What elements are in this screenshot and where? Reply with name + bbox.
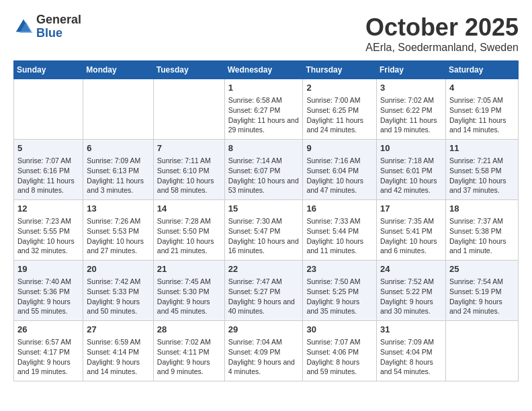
calendar-cell: 29Sunrise: 7:04 AM Sunset: 4:09 PM Dayli…: [224, 321, 303, 381]
day-info: Sunrise: 7:21 AM Sunset: 5:58 PM Dayligh…: [449, 156, 515, 195]
calendar-cell: 2Sunrise: 7:00 AM Sunset: 6:25 PM Daylig…: [303, 79, 377, 140]
day-number: 24: [380, 263, 442, 275]
day-number: 5: [17, 142, 79, 154]
week-row-4: 19Sunrise: 7:40 AM Sunset: 5:36 PM Dayli…: [14, 261, 519, 321]
day-number: 20: [87, 263, 149, 275]
day-info: Sunrise: 7:04 AM Sunset: 4:09 PM Dayligh…: [228, 337, 300, 377]
calendar-cell: 14Sunrise: 7:28 AM Sunset: 5:50 PM Dayli…: [153, 200, 224, 261]
day-number: 31: [380, 324, 442, 336]
day-number: 9: [306, 142, 373, 154]
day-info: Sunrise: 7:09 AM Sunset: 6:13 PM Dayligh…: [87, 156, 149, 195]
calendar-title: October 2025: [365, 13, 519, 42]
day-header-thursday: Thursday: [303, 61, 377, 79]
day-info: Sunrise: 7:50 AM Sunset: 5:25 PM Dayligh…: [306, 277, 373, 316]
day-number: 8: [228, 142, 300, 154]
day-number: 19: [17, 263, 79, 275]
calendar-cell: 8Sunrise: 7:14 AM Sunset: 6:07 PM Daylig…: [224, 140, 303, 200]
day-info: Sunrise: 7:40 AM Sunset: 5:36 PM Dayligh…: [17, 277, 79, 316]
title-block: October 2025 AErla, Soedermanland, Swede…: [365, 13, 519, 54]
calendar-cell: 17Sunrise: 7:35 AM Sunset: 5:41 PM Dayli…: [376, 200, 445, 261]
day-info: Sunrise: 7:37 AM Sunset: 5:38 PM Dayligh…: [449, 216, 515, 256]
day-number: 25: [449, 263, 515, 275]
calendar-cell: 16Sunrise: 7:33 AM Sunset: 5:44 PM Dayli…: [303, 200, 377, 261]
week-row-3: 12Sunrise: 7:23 AM Sunset: 5:55 PM Dayli…: [14, 200, 519, 261]
calendar-cell: 5Sunrise: 7:07 AM Sunset: 6:16 PM Daylig…: [14, 140, 83, 200]
day-number: 27: [87, 324, 149, 336]
header-row: SundayMondayTuesdayWednesdayThursdayFrid…: [14, 61, 519, 79]
logo-general-text: General: [36, 13, 81, 27]
calendar-cell: 22Sunrise: 7:47 AM Sunset: 5:27 PM Dayli…: [224, 261, 303, 321]
day-info: Sunrise: 6:57 AM Sunset: 4:17 PM Dayligh…: [17, 337, 79, 377]
day-number: 6: [87, 142, 149, 154]
calendar-cell: 31Sunrise: 7:09 AM Sunset: 4:04 PM Dayli…: [376, 321, 445, 381]
calendar-cell: 24Sunrise: 7:52 AM Sunset: 5:22 PM Dayli…: [376, 261, 445, 321]
calendar-cell: 20Sunrise: 7:42 AM Sunset: 5:33 PM Dayli…: [83, 261, 153, 321]
logo-blue-text: Blue: [36, 27, 81, 40]
day-info: Sunrise: 7:14 AM Sunset: 6:07 PM Dayligh…: [228, 156, 300, 195]
week-row-1: 1Sunrise: 6:58 AM Sunset: 6:27 PM Daylig…: [14, 79, 519, 140]
day-number: 28: [157, 324, 221, 336]
day-number: 1: [228, 82, 300, 94]
day-number: 7: [157, 142, 221, 154]
page-header: General Blue October 2025 AErla, Soederm…: [13, 13, 519, 54]
calendar-cell: 21Sunrise: 7:45 AM Sunset: 5:30 PM Dayli…: [153, 261, 224, 321]
day-number: 11: [449, 142, 515, 154]
day-number: 23: [306, 263, 373, 275]
calendar-cell: 10Sunrise: 7:18 AM Sunset: 6:01 PM Dayli…: [376, 140, 445, 200]
day-info: Sunrise: 7:54 AM Sunset: 5:19 PM Dayligh…: [449, 277, 515, 316]
day-info: Sunrise: 7:02 AM Sunset: 4:11 PM Dayligh…: [157, 337, 221, 377]
calendar-cell: 3Sunrise: 7:02 AM Sunset: 6:22 PM Daylig…: [376, 79, 445, 140]
calendar-cell: 12Sunrise: 7:23 AM Sunset: 5:55 PM Dayli…: [14, 200, 83, 261]
day-number: 30: [306, 324, 373, 336]
day-info: Sunrise: 7:02 AM Sunset: 6:22 PM Dayligh…: [380, 95, 442, 135]
day-number: 18: [449, 203, 515, 215]
day-header-saturday: Saturday: [445, 61, 518, 79]
day-number: 4: [449, 82, 515, 94]
day-info: Sunrise: 7:11 AM Sunset: 6:10 PM Dayligh…: [157, 156, 221, 195]
calendar-cell: 28Sunrise: 7:02 AM Sunset: 4:11 PM Dayli…: [153, 321, 224, 381]
day-info: Sunrise: 7:47 AM Sunset: 5:27 PM Dayligh…: [228, 277, 300, 316]
calendar-cell: 27Sunrise: 6:59 AM Sunset: 4:14 PM Dayli…: [83, 321, 153, 381]
calendar-table: SundayMondayTuesdayWednesdayThursdayFrid…: [13, 60, 519, 381]
calendar-cell: 19Sunrise: 7:40 AM Sunset: 5:36 PM Dayli…: [14, 261, 83, 321]
day-header-monday: Monday: [83, 61, 153, 79]
day-number: 3: [380, 82, 442, 94]
day-header-sunday: Sunday: [14, 61, 83, 79]
day-info: Sunrise: 7:16 AM Sunset: 6:04 PM Dayligh…: [306, 156, 373, 195]
calendar-cell: 18Sunrise: 7:37 AM Sunset: 5:38 PM Dayli…: [445, 200, 518, 261]
day-number: 16: [306, 203, 373, 215]
calendar-cell: 9Sunrise: 7:16 AM Sunset: 6:04 PM Daylig…: [303, 140, 377, 200]
day-info: Sunrise: 7:18 AM Sunset: 6:01 PM Dayligh…: [380, 156, 442, 195]
day-info: Sunrise: 7:26 AM Sunset: 5:53 PM Dayligh…: [87, 216, 149, 256]
day-info: Sunrise: 6:59 AM Sunset: 4:14 PM Dayligh…: [87, 337, 149, 377]
calendar-cell: 4Sunrise: 7:05 AM Sunset: 6:19 PM Daylig…: [445, 79, 518, 140]
day-number: 10: [380, 142, 442, 154]
calendar-cell: 26Sunrise: 6:57 AM Sunset: 4:17 PM Dayli…: [14, 321, 83, 381]
day-header-tuesday: Tuesday: [153, 61, 224, 79]
day-number: 14: [157, 203, 221, 215]
day-info: Sunrise: 7:30 AM Sunset: 5:47 PM Dayligh…: [228, 216, 300, 256]
day-info: Sunrise: 7:07 AM Sunset: 4:06 PM Dayligh…: [306, 337, 373, 377]
day-number: 22: [228, 263, 300, 275]
calendar-cell: 30Sunrise: 7:07 AM Sunset: 4:06 PM Dayli…: [303, 321, 377, 381]
day-header-friday: Friday: [376, 61, 445, 79]
day-info: Sunrise: 7:33 AM Sunset: 5:44 PM Dayligh…: [306, 216, 373, 256]
day-info: Sunrise: 7:00 AM Sunset: 6:25 PM Dayligh…: [306, 95, 373, 135]
day-number: 2: [306, 82, 373, 94]
week-row-2: 5Sunrise: 7:07 AM Sunset: 6:16 PM Daylig…: [14, 140, 519, 200]
day-number: 29: [228, 324, 300, 336]
day-info: Sunrise: 7:07 AM Sunset: 6:16 PM Dayligh…: [17, 156, 79, 195]
day-number: 26: [17, 324, 79, 336]
day-number: 21: [157, 263, 221, 275]
calendar-cell: [153, 79, 224, 140]
calendar-cell: 23Sunrise: 7:50 AM Sunset: 5:25 PM Dayli…: [303, 261, 377, 321]
week-row-5: 26Sunrise: 6:57 AM Sunset: 4:17 PM Dayli…: [14, 321, 519, 381]
calendar-cell: 15Sunrise: 7:30 AM Sunset: 5:47 PM Dayli…: [224, 200, 303, 261]
day-info: Sunrise: 7:28 AM Sunset: 5:50 PM Dayligh…: [157, 216, 221, 256]
day-info: Sunrise: 7:05 AM Sunset: 6:19 PM Dayligh…: [449, 95, 515, 135]
calendar-subtitle: AErla, Soedermanland, Sweden: [365, 42, 519, 54]
day-number: 13: [87, 203, 149, 215]
day-info: Sunrise: 7:35 AM Sunset: 5:41 PM Dayligh…: [380, 216, 442, 256]
day-info: Sunrise: 7:45 AM Sunset: 5:30 PM Dayligh…: [157, 277, 221, 316]
calendar-cell: 11Sunrise: 7:21 AM Sunset: 5:58 PM Dayli…: [445, 140, 518, 200]
